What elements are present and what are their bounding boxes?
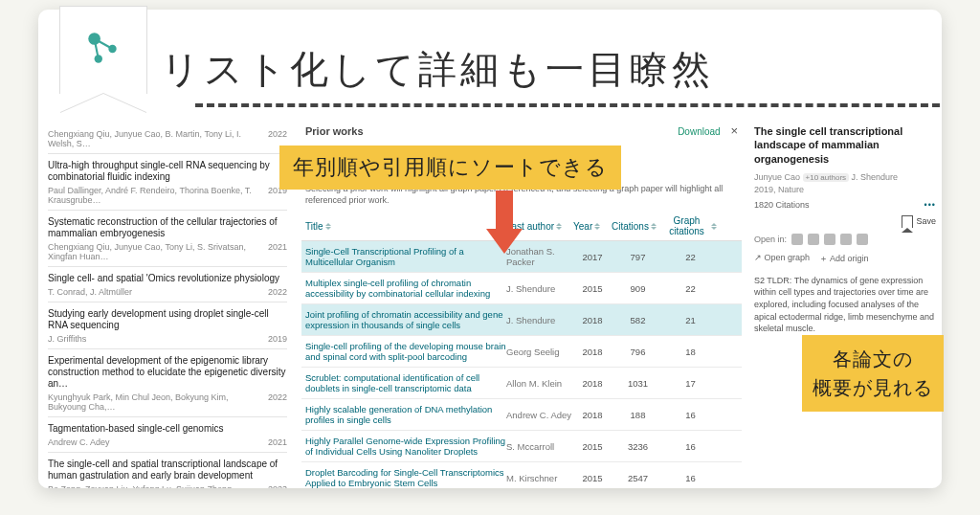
detail-citations: 1820 Citations: [754, 200, 810, 210]
sort-icon[interactable]: [651, 223, 657, 230]
detail-tldr: S2 TLDR: The dynamics of gene expression…: [754, 275, 936, 335]
col-graph-citations[interactable]: Graph citations: [664, 215, 717, 236]
col-citations[interactable]: Citations: [612, 215, 664, 236]
detail-authors: Junyue Cao +10 authors J. Shendure: [754, 172, 936, 182]
annotation-summary: 各論文の 概要が見れる: [802, 335, 944, 412]
open-graph-button[interactable]: ↗ Open graph: [754, 253, 810, 265]
headline: リスト化して詳細も一目瞭然: [161, 43, 831, 96]
list-item[interactable]: Experimental development of the epigenom…: [48, 349, 287, 417]
more-menu-icon[interactable]: •••: [924, 200, 936, 210]
open-in-row: Open in:: [754, 234, 936, 245]
sort-icon[interactable]: [711, 223, 717, 230]
list-item[interactable]: Ultra-high throughput single-cell RNA se…: [48, 154, 287, 211]
table-row[interactable]: Scrublet: computational identification o…: [301, 368, 742, 399]
detail-title: The single cell transcriptional landscap…: [754, 121, 936, 169]
table-row[interactable]: Highly scalable generation of DNA methyl…: [301, 399, 742, 431]
table-row[interactable]: Droplet Barcoding for Single-Cell Transc…: [301, 462, 742, 488]
list-item[interactable]: Single cell- and spatial 'Omics revoluti…: [48, 267, 287, 302]
open-icon-4[interactable]: [840, 234, 852, 245]
table-row[interactable]: Single-cell profiling of the developing …: [301, 336, 742, 368]
table-row[interactable]: Highly Parallel Genome-wide Expression P…: [301, 431, 742, 462]
col-year[interactable]: Year: [573, 215, 612, 236]
close-icon[interactable]: ×: [730, 123, 738, 138]
col-title[interactable]: Title: [305, 215, 506, 236]
open-icon-1[interactable]: [791, 234, 803, 245]
left-paper-list: Chengxiang Qiu, Junyue Cao, B. Martin, T…: [48, 121, 287, 488]
add-origin-button[interactable]: ＋ Add origin: [819, 253, 869, 265]
list-item[interactable]: Systematic reconstruction of the cellula…: [48, 211, 287, 267]
open-icon-5[interactable]: [857, 234, 868, 245]
paper-detail-panel: The single cell transcriptional landscap…: [754, 121, 936, 335]
table-row[interactable]: Joint profiling of chromatin accessibili…: [301, 304, 742, 336]
divider-dashes: [195, 103, 942, 107]
open-icon-3[interactable]: [824, 234, 835, 245]
open-icon-2[interactable]: [808, 234, 819, 245]
save-button[interactable]: Save: [902, 215, 936, 228]
detail-source: 2019, Nature: [754, 185, 936, 194]
table-row[interactable]: Multiplex single-cell profiling of chrom…: [301, 273, 742, 304]
list-item[interactable]: Tagmentation-based single-cell genomicsA…: [48, 417, 287, 453]
panel-title: Prior works: [305, 125, 364, 137]
annotation-sort: 年別順や引用順にソートできる: [279, 146, 621, 190]
sort-icon[interactable]: [594, 223, 601, 230]
logo-badge: [59, 6, 145, 92]
table-body: Single-Cell Transcriptional Profiling of…: [301, 241, 742, 488]
download-link[interactable]: Download: [678, 126, 720, 137]
arrow-icon: [488, 190, 521, 258]
list-item[interactable]: Studying early development using droplet…: [48, 302, 287, 349]
sort-icon[interactable]: [556, 223, 563, 230]
logo-icon: [70, 16, 135, 81]
bookmark-icon: [902, 215, 913, 228]
sort-icon[interactable]: [325, 223, 332, 230]
list-item[interactable]: The single-cell and spatial transcriptio…: [48, 453, 287, 488]
list-item[interactable]: Chengxiang Qiu, Junyue Cao, B. Martin, T…: [48, 121, 287, 154]
